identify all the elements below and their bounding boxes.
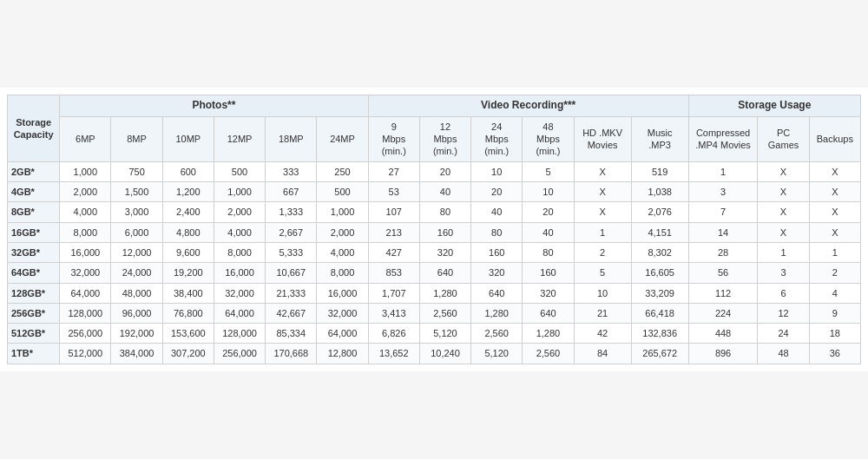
storage-usage-group-header: Storage Usage <box>688 95 860 117</box>
data-cell: 192,000 <box>111 324 162 344</box>
data-cell: X <box>574 182 631 202</box>
table-row: 4GB*2,0001,5001,2001,00066750053402010X1… <box>8 182 861 202</box>
data-cell: 2,000 <box>317 222 368 242</box>
data-cell: 84 <box>574 344 631 364</box>
photos-group-header: Photos** <box>60 95 368 117</box>
col-pc-games: PCGames <box>758 116 809 161</box>
data-cell: 18 <box>809 324 860 344</box>
data-cell: 2,000 <box>214 202 265 222</box>
table-row: 256GB*128,00096,00076,80064,00042,66732,… <box>8 303 861 323</box>
data-cell: 42,667 <box>266 303 317 323</box>
data-cell: 10 <box>523 182 574 202</box>
data-cell: 5,120 <box>471 344 523 364</box>
col-compressed-mp4: Compressed.MP4 Movies <box>688 116 758 161</box>
data-cell: 40 <box>523 222 574 242</box>
data-cell: 307,200 <box>162 344 214 364</box>
data-cell: 3 <box>688 182 758 202</box>
data-cell: 896 <box>688 344 758 364</box>
col-18mp: 18MP <box>266 116 317 161</box>
col-8mp: 8MP <box>111 116 162 161</box>
data-cell: 256,000 <box>60 324 111 344</box>
storage-label-cell: 512GB* <box>8 324 60 344</box>
table-row: 32GB*16,00012,0009,6008,0005,3334,000427… <box>8 242 861 262</box>
data-cell: 256,000 <box>214 344 265 364</box>
data-cell: 5 <box>574 263 631 283</box>
data-cell: X <box>758 222 809 242</box>
data-cell: 96,000 <box>111 303 162 323</box>
data-cell: 9 <box>809 303 860 323</box>
data-cell: 80 <box>523 242 574 262</box>
table-row: 16GB*8,0006,0004,8004,0002,6672,00021316… <box>8 222 861 242</box>
data-cell: 6 <box>758 283 809 303</box>
data-cell: 1,038 <box>631 182 688 202</box>
storage-label-cell: 16GB* <box>8 222 60 242</box>
data-cell: 32,000 <box>317 303 368 323</box>
data-cell: 12,800 <box>317 344 368 364</box>
data-cell: 320 <box>523 283 574 303</box>
data-cell: 1,000 <box>214 182 265 202</box>
data-cell: 80 <box>471 222 523 242</box>
data-cell: 3,000 <box>111 202 162 222</box>
data-cell: 2,560 <box>523 344 574 364</box>
data-cell: 16,000 <box>60 242 111 262</box>
data-cell: 32,000 <box>214 283 265 303</box>
data-cell: 160 <box>419 222 470 242</box>
data-cell: 10,667 <box>266 263 317 283</box>
group-header-row: StorageCapacity Photos** Video Recording… <box>8 95 861 117</box>
data-cell: 28 <box>688 242 758 262</box>
data-cell: 27 <box>368 161 419 181</box>
data-cell: 7 <box>688 202 758 222</box>
data-cell: 14 <box>688 222 758 242</box>
data-cell: 427 <box>368 242 419 262</box>
data-cell: 40 <box>471 202 523 222</box>
data-cell: 600 <box>162 161 214 181</box>
storage-label-cell: 1TB* <box>8 344 60 364</box>
data-cell: 66,418 <box>631 303 688 323</box>
data-cell: X <box>809 161 860 181</box>
data-cell: 640 <box>523 303 574 323</box>
data-cell: 3 <box>758 263 809 283</box>
data-cell: 4,000 <box>317 242 368 262</box>
data-cell: 20 <box>471 182 523 202</box>
data-cell: 640 <box>419 263 470 283</box>
data-cell: 512,000 <box>60 344 111 364</box>
data-cell: 21,333 <box>266 283 317 303</box>
data-cell: 2,560 <box>471 324 523 344</box>
data-cell: 24 <box>758 324 809 344</box>
col-music-mp3: Music.MP3 <box>631 116 688 161</box>
data-cell: 2,400 <box>162 202 214 222</box>
data-cell: 32,000 <box>60 263 111 283</box>
data-cell: 1 <box>809 242 860 262</box>
data-cell: 10 <box>574 283 631 303</box>
data-cell: 64,000 <box>60 283 111 303</box>
data-cell: 5,333 <box>266 242 317 262</box>
data-cell: 1,280 <box>419 283 470 303</box>
data-cell: 112 <box>688 283 758 303</box>
col-backups: Backups <box>809 116 860 161</box>
data-cell: 16,000 <box>214 263 265 283</box>
data-cell: X <box>758 202 809 222</box>
data-cell: 85,334 <box>266 324 317 344</box>
table-body: 2GB*1,0007506005003332502720105X5191XX4G… <box>8 161 861 364</box>
data-cell: 1,280 <box>523 324 574 344</box>
data-cell: X <box>809 202 860 222</box>
data-cell: 2,076 <box>631 202 688 222</box>
data-cell: X <box>809 182 860 202</box>
data-cell: 667 <box>266 182 317 202</box>
data-cell: 1,000 <box>60 161 111 181</box>
table-row: 1TB*512,000384,000307,200256,000170,6681… <box>8 344 861 364</box>
data-cell: 4,800 <box>162 222 214 242</box>
table-wrapper: StorageCapacity Photos** Video Recording… <box>0 88 868 370</box>
col-12mbps: 12Mbps(min.) <box>419 116 470 161</box>
data-cell: 213 <box>368 222 419 242</box>
data-cell: 16,000 <box>317 283 368 303</box>
data-cell: 1 <box>758 242 809 262</box>
data-cell: 5,120 <box>419 324 470 344</box>
table-row: 128GB*64,00048,00038,40032,00021,33316,0… <box>8 283 861 303</box>
data-cell: 128,000 <box>60 303 111 323</box>
data-cell: 64,000 <box>214 303 265 323</box>
data-cell: 16,605 <box>631 263 688 283</box>
data-cell: 4,000 <box>60 202 111 222</box>
data-cell: 2,000 <box>60 182 111 202</box>
data-cell: 8,000 <box>214 242 265 262</box>
